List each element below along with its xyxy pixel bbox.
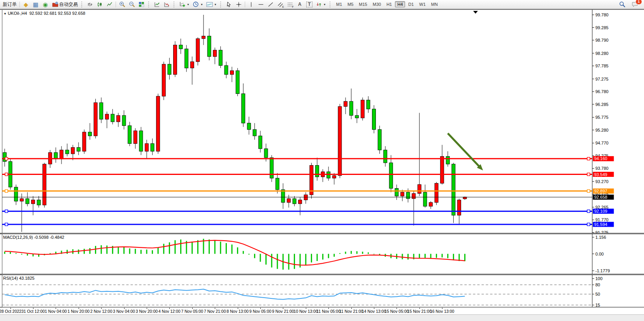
objects-window-button[interactable]	[162, 0, 172, 9]
horizontal-line-tool-button[interactable]	[256, 0, 266, 9]
candle[interactable]	[65, 150, 69, 154]
candle[interactable]	[71, 147, 75, 153]
candle[interactable]	[162, 64, 165, 96]
cursor-tool-button[interactable]	[224, 0, 234, 9]
candle[interactable]	[60, 150, 63, 159]
candle[interactable]	[412, 194, 416, 199]
timeframe-button-H4[interactable]: H4	[395, 1, 405, 7]
candle[interactable]	[225, 65, 228, 74]
candle[interactable]	[395, 189, 398, 196]
candle[interactable]	[446, 156, 449, 164]
line-handle[interactable]	[587, 157, 590, 160]
vertical-line-tool-button[interactable]	[246, 0, 256, 9]
line-handle[interactable]	[5, 210, 8, 213]
candle[interactable]	[458, 200, 461, 215]
crosshair-tool-button[interactable]	[234, 0, 244, 9]
market-watch-button[interactable]: ◆	[21, 0, 31, 9]
candle[interactable]	[270, 158, 274, 178]
line-handle[interactable]	[5, 173, 8, 176]
candle[interactable]	[139, 131, 143, 152]
add-indicator-button[interactable]: ▼	[177, 0, 191, 9]
candle[interactable]	[219, 50, 222, 65]
candle[interactable]	[77, 147, 80, 151]
candle[interactable]	[43, 164, 46, 205]
indicators-window-button[interactable]	[152, 0, 162, 9]
candle[interactable]	[128, 126, 132, 144]
candle[interactable]	[20, 199, 23, 201]
candle[interactable]	[230, 71, 234, 74]
candle[interactable]	[247, 123, 251, 129]
zoom-out-button[interactable]	[127, 0, 137, 9]
candle[interactable]	[355, 115, 359, 118]
line-handle[interactable]	[587, 223, 590, 226]
candle[interactable]	[338, 106, 342, 175]
line-handle[interactable]	[5, 190, 8, 192]
candle[interactable]	[463, 197, 467, 199]
candle[interactable]	[32, 200, 35, 204]
candle[interactable]	[287, 199, 291, 203]
candle[interactable]	[156, 96, 160, 151]
timeframe-button-MN[interactable]: MN	[429, 1, 440, 7]
autotrading-button[interactable]: 自动交易	[50, 0, 79, 9]
candle[interactable]	[361, 100, 364, 118]
fibonacci-tool-button[interactable]: F	[285, 0, 295, 9]
main-chart-panel[interactable]: 99.78099.28598.79098.28097.78597.27596.7…	[0, 9, 644, 233]
main-chart-svg[interactable]: 99.78099.28598.79098.28097.78597.27596.7…	[0, 9, 644, 233]
equidistant-channel-tool-button[interactable]: E	[275, 0, 285, 9]
candle[interactable]	[293, 199, 296, 204]
chat-button[interactable]: 1	[630, 0, 640, 9]
new-order-button[interactable]: 新订单	[1, 0, 18, 9]
candle[interactable]	[82, 132, 86, 151]
candle[interactable]	[202, 36, 205, 39]
candle[interactable]	[196, 39, 200, 62]
candle[interactable]	[316, 165, 319, 177]
template-button[interactable]: ▼	[205, 0, 218, 9]
candlestick-chart-button[interactable]	[95, 0, 105, 9]
line-handle[interactable]	[587, 210, 590, 213]
timeframe-button-H1[interactable]: H1	[384, 1, 394, 7]
candle[interactable]	[179, 45, 182, 49]
timeframe-button-M30[interactable]: M30	[370, 1, 383, 7]
search-button[interactable]	[617, 0, 627, 9]
candle[interactable]	[401, 192, 404, 196]
candle[interactable]	[264, 149, 268, 158]
timeframe-button-W1[interactable]: W1	[417, 1, 428, 7]
time-axis[interactable]: 28 Oct 202231 Oct 12:001 Nov 04:001 Nov …	[0, 308, 644, 314]
line-handle[interactable]	[5, 157, 8, 160]
candle[interactable]	[452, 164, 455, 215]
trendline-tool-button[interactable]	[266, 0, 275, 9]
timeframe-button-D1[interactable]: D1	[406, 1, 416, 7]
text-label-tool-button[interactable]: T	[305, 0, 314, 9]
candle[interactable]	[54, 153, 58, 159]
candle[interactable]	[253, 129, 256, 136]
candle[interactable]	[14, 187, 18, 201]
candle[interactable]	[37, 200, 40, 205]
candle[interactable]	[406, 192, 410, 198]
periodicity-button[interactable]: ▼	[191, 0, 205, 9]
candle[interactable]	[349, 101, 353, 115]
candle[interactable]	[111, 114, 114, 122]
candle[interactable]	[133, 131, 137, 144]
rsi-panel[interactable]: 100805015 RSI(14) 43.1825	[0, 275, 644, 307]
bar-chart-button[interactable]	[85, 0, 95, 9]
candle[interactable]	[185, 49, 188, 68]
candle[interactable]	[389, 163, 393, 189]
chart-shift-marker[interactable]	[473, 11, 478, 14]
candle[interactable]	[174, 45, 177, 75]
timeframe-button-M15[interactable]: M15	[356, 1, 369, 7]
candle[interactable]	[145, 144, 149, 152]
candle[interactable]	[105, 114, 109, 119]
candle[interactable]	[100, 102, 103, 119]
navigator-button[interactable]: ▦	[31, 0, 40, 9]
candle[interactable]	[429, 203, 433, 206]
candle[interactable]	[168, 64, 171, 74]
candle[interactable]	[88, 132, 92, 136]
trend-arrow-annotation[interactable]	[448, 133, 481, 168]
tile-windows-button[interactable]	[137, 0, 146, 9]
candle[interactable]	[242, 93, 245, 123]
candle[interactable]	[435, 183, 438, 202]
candle[interactable]	[327, 172, 330, 178]
candle[interactable]	[423, 192, 427, 206]
candle[interactable]	[418, 185, 421, 194]
chart-dropdown-icon[interactable]: ▼	[4, 12, 7, 16]
